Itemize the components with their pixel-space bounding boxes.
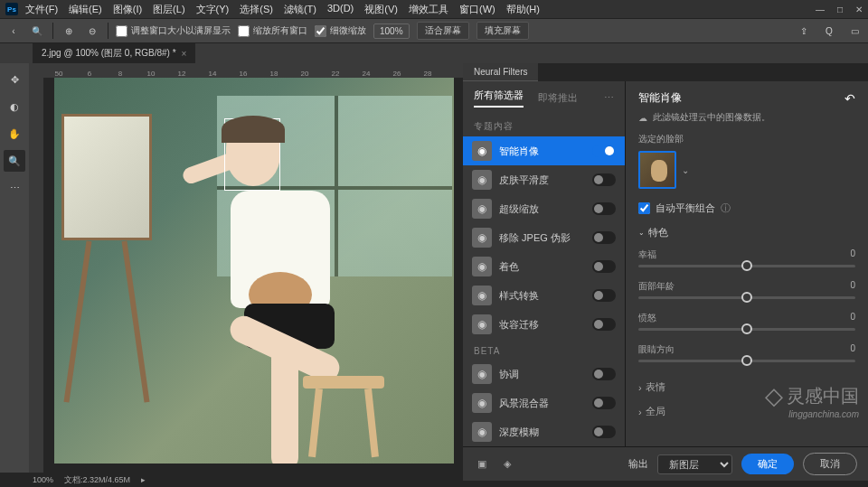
preview-icon[interactable]: ▣	[474, 456, 490, 473]
menu-item[interactable]: 图像(I)	[113, 3, 142, 16]
filter-item[interactable]: ◉深度模糊	[463, 417, 625, 446]
menu-bar: 文件(F)编辑(E)图像(I)图层(L)文字(Y)选择(S)滤镜(T)3D(D)…	[25, 3, 540, 16]
menu-item[interactable]: 帮助(H)	[506, 3, 540, 16]
share-icon[interactable]: ⇪	[796, 23, 812, 39]
menu-item[interactable]: 图层(L)	[153, 3, 184, 16]
canvas[interactable]	[54, 78, 454, 464]
chevron-right-icon[interactable]: ▸	[141, 475, 146, 484]
filter-toggle[interactable]	[592, 368, 616, 380]
filter-toggle[interactable]	[592, 202, 616, 215]
menu-item[interactable]: 选择(S)	[240, 3, 273, 16]
slider-愤怒[interactable]: 愤怒0	[638, 312, 855, 331]
canvas-area: 506810121416182022242628	[29, 63, 463, 473]
filter-toggle[interactable]	[592, 173, 616, 186]
neural-filters-tab[interactable]: Neural Filters	[463, 63, 538, 81]
slider-幸福[interactable]: 幸福0	[638, 248, 855, 267]
menu-item[interactable]: 编辑(E)	[69, 3, 102, 16]
menu-item[interactable]: 增效工具	[409, 3, 448, 16]
filter-item[interactable]: ◉协调	[463, 360, 625, 389]
back-icon[interactable]: ‹	[5, 23, 22, 39]
chevron-down-icon[interactable]: ⌄	[682, 165, 689, 175]
window-control-button[interactable]: □	[837, 5, 843, 14]
zoom-in-icon[interactable]: ⊕	[61, 23, 77, 39]
tab-coming-soon[interactable]: 即将推出	[538, 91, 578, 105]
options-bar: ‹ 🔍 ⊕ ⊖ 调整窗口大小以满屏显示 缩放所有窗口 细微缩放 100% 适合屏…	[0, 18, 868, 43]
menu-item[interactable]: 3D(D)	[327, 3, 354, 16]
fit-screen-button[interactable]: 适合屏幕	[417, 22, 469, 40]
filter-item[interactable]: ◉皮肤平滑度	[463, 165, 625, 194]
filter-toggle[interactable]	[592, 289, 616, 302]
filter-name: 智能肖像	[499, 145, 585, 158]
settings-title: 智能肖像	[638, 90, 682, 106]
menu-item[interactable]: 文字(Y)	[196, 3, 230, 16]
filter-name: 移除 JPEG 伪影	[499, 231, 585, 245]
slider-value: 0	[850, 312, 855, 324]
filter-item[interactable]: ◉智能肖像	[463, 136, 625, 165]
close-icon[interactable]: ×	[182, 49, 187, 59]
doc-size: 文档:2.32M/4.65M	[64, 474, 130, 486]
tab-label: 2.jpg @ 100% (图层 0, RGB/8#) *	[42, 47, 176, 60]
more-tools-icon[interactable]: ⋯	[4, 177, 25, 199]
info-icon[interactable]: ⓘ	[721, 201, 731, 215]
filter-toggle[interactable]	[592, 318, 616, 331]
slider-value: 0	[850, 280, 855, 293]
slider-label: 幸福	[638, 248, 656, 261]
cloud-icon: ☁	[638, 113, 647, 123]
move-tool-icon[interactable]: ✥	[4, 69, 25, 90]
search-icon[interactable]: Q	[821, 23, 837, 39]
workspace-icon[interactable]: ▭	[846, 23, 863, 39]
group-featured[interactable]: ⌄特色	[638, 226, 855, 239]
filter-toggle[interactable]	[592, 231, 616, 244]
window-control-button[interactable]: —	[816, 5, 825, 14]
filter-toggle[interactable]	[592, 145, 616, 157]
window-control-button[interactable]: ✕	[855, 5, 863, 14]
menu-item[interactable]: 窗口(W)	[459, 3, 495, 16]
ruler-horizontal: 506810121416182022242628	[29, 63, 463, 78]
filter-toggle[interactable]	[592, 397, 616, 409]
filter-item[interactable]: ◉超级缩放	[463, 194, 625, 223]
auto-balance-checkbox[interactable]: 自动平衡组合 ⓘ	[638, 201, 855, 215]
filter-item[interactable]: ◉着色	[463, 252, 625, 281]
eyedropper-tool-icon[interactable]: ◐	[4, 96, 25, 117]
filter-toggle[interactable]	[592, 260, 616, 273]
filter-item[interactable]: ◉妆容迁移	[463, 310, 625, 339]
group-collapsed[interactable]: › 全局	[638, 399, 855, 424]
zoom-out-icon[interactable]: ⊖	[84, 23, 100, 39]
zoom-100-button[interactable]: 100%	[373, 23, 410, 39]
filter-thumb-icon: ◉	[472, 228, 492, 248]
filter-item[interactable]: ◉移除 JPEG 伪影	[463, 223, 625, 252]
cancel-button[interactable]: 取消	[803, 453, 857, 475]
group-collapsed[interactable]: › 表情	[638, 375, 855, 399]
app-icon: Ps	[5, 3, 18, 15]
slider-面部年龄[interactable]: 面部年龄0	[638, 280, 855, 299]
resize-window-checkbox[interactable]: 调整窗口大小以满屏显示	[116, 24, 231, 37]
zoom-tool-icon[interactable]: 🔍	[29, 23, 45, 39]
filter-item[interactable]: ◉风景混合器	[463, 389, 625, 417]
zoom-all-checkbox[interactable]: 缩放所有窗口	[238, 24, 307, 37]
face-thumbnail[interactable]	[638, 151, 676, 189]
filter-thumb-icon: ◉	[472, 286, 492, 305]
tab-all-filters[interactable]: 所有筛选器	[474, 89, 524, 108]
filter-thumb-icon: ◉	[472, 422, 492, 442]
filter-name: 风景混合器	[499, 397, 585, 410]
output-select[interactable]: 新图层	[657, 454, 732, 474]
zoom-tool-icon[interactable]: 🔍	[4, 150, 25, 172]
menu-item[interactable]: 文件(F)	[25, 3, 58, 16]
scrubby-zoom-checkbox[interactable]: 细微缩放	[315, 24, 366, 37]
hand-tool-icon[interactable]: ✋	[4, 123, 25, 145]
filter-item[interactable]: ◉样式转换	[463, 281, 625, 310]
reset-icon[interactable]: ↶	[844, 91, 855, 106]
ok-button[interactable]: 确定	[741, 454, 794, 474]
zoom-level: 100%	[33, 475, 53, 484]
window-controls: —□✕	[816, 5, 863, 14]
filter-toggle[interactable]	[592, 426, 616, 438]
menu-item[interactable]: 视图(V)	[364, 3, 398, 16]
menu-item[interactable]: 滤镜(T)	[284, 3, 316, 16]
document-tab[interactable]: 2.jpg @ 100% (图层 0, RGB/8#) * ×	[33, 43, 195, 63]
layers-icon[interactable]: ◈	[499, 456, 515, 473]
fill-screen-button[interactable]: 填充屏幕	[476, 22, 529, 40]
more-icon[interactable]: ⋯	[604, 92, 614, 104]
title-bar: Ps 文件(F)编辑(E)图像(I)图层(L)文字(Y)选择(S)滤镜(T)3D…	[0, 0, 868, 18]
filter-thumb-icon: ◉	[472, 141, 492, 161]
slider-眼睛方向[interactable]: 眼睛方向0	[638, 343, 855, 362]
